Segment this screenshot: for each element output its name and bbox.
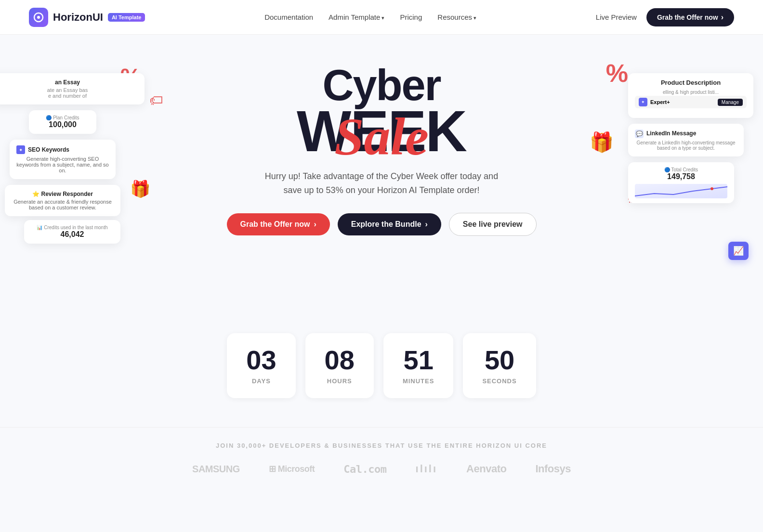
see-live-preview-button[interactable]: See live preview <box>449 213 537 236</box>
sale-text: Sale <box>334 106 429 168</box>
card-credits-month: 📊 Credits used in the last month 46,042 <box>24 220 120 244</box>
samsung-logo: SAMSUNG <box>192 464 240 475</box>
microsoft-icon: ⊞ <box>269 464 278 474</box>
grab-offer-button[interactable]: Grab the Offer now › <box>227 213 330 235</box>
card-review: ⭐ Review Responder Generate an accurate … <box>5 185 120 216</box>
bar-chart-icon: 📊 <box>37 225 44 230</box>
cisco-logo: ılılı <box>416 463 438 475</box>
arrow-icon: › <box>721 13 724 22</box>
nav-links: Documentation Admin Template Pricing Res… <box>264 13 476 22</box>
svg-point-1 <box>37 16 40 19</box>
hero-subtitle: Hurry up! Take advantage of the Cyber We… <box>261 169 502 197</box>
credits-chart <box>635 184 727 198</box>
arrow-icon: › <box>425 220 428 229</box>
nav-documentation[interactable]: Documentation <box>264 13 313 22</box>
envato-logo: Aenvato <box>466 463 506 475</box>
floating-action-button[interactable]: 📈 <box>728 242 749 260</box>
countdown-hours: 08 HOURS <box>305 333 374 398</box>
ai-badge: AI Template <box>108 13 145 22</box>
live-preview-link[interactable]: Live Preview <box>596 13 637 21</box>
svg-point-2 <box>710 187 713 190</box>
explore-bundle-button[interactable]: Explore the Bundle › <box>338 213 441 235</box>
brand-logos: SAMSUNG ⊞ Microsoft Cal.com ılılı Aenvat… <box>29 463 734 475</box>
countdown-section: 03 DAYS 08 HOURS 51 MINUTES 50 SECONDS <box>0 333 763 427</box>
card-credits-2: 🔵 Total Credits 149,758 <box>628 162 734 203</box>
nav-cta-button[interactable]: Grab the Offer now › <box>646 8 734 26</box>
star-icon: ⭐ <box>32 191 41 197</box>
countdown-minutes: 51 MINUTES <box>383 333 454 398</box>
credits2-icon: 🔵 <box>664 167 671 172</box>
infosys-logo: Infosys <box>535 463 571 475</box>
review-title-row: ⭐ Review Responder <box>12 191 114 197</box>
nav-pricing[interactable]: Pricing <box>400 13 422 22</box>
nav-admin-template[interactable]: Admin Template <box>329 13 384 22</box>
hero-section: % % 🏷 🎁 🏷 🎁 an Essay ate an Essay bas e … <box>0 35 763 333</box>
nav-resources[interactable]: Resources <box>437 13 476 22</box>
navbar: HorizonUI AI Template Documentation Admi… <box>0 0 763 35</box>
countdown-seconds: 50 SECONDS <box>463 333 536 398</box>
cyber-sale-heading: Cyber WEEK Sale <box>29 64 734 160</box>
countdown-days: 03 DAYS <box>227 333 295 398</box>
strip-text: JOIN 30,000+ DEVELOPERS & BUSINESSES THA… <box>29 442 734 449</box>
logo[interactable]: HorizonUI AI Template <box>29 8 145 27</box>
bottom-strip: JOIN 30,000+ DEVELOPERS & BUSINESSES THA… <box>0 427 763 490</box>
arrow-icon: › <box>314 220 316 229</box>
nav-actions: Live Preview Grab the Offer now › <box>596 8 734 26</box>
microsoft-logo: ⊞ Microsoft <box>269 464 315 474</box>
credits2-label-row: 🔵 Total Credits <box>635 167 727 172</box>
credits-month-row: 📊 Credits used in the last month <box>31 225 114 230</box>
shield-icon: ✦ <box>16 145 25 154</box>
calcom-logo: Cal.com <box>343 463 386 475</box>
logo-text: HorizonUI <box>53 11 103 24</box>
logo-icon <box>29 8 48 27</box>
